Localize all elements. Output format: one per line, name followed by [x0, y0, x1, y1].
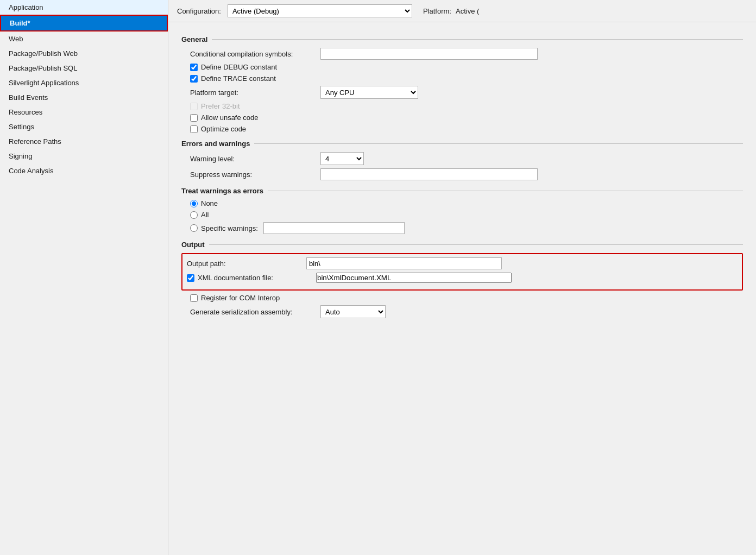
sidebar-item-package-publish-sql[interactable]: Package/Publish SQL	[0, 61, 168, 75]
top-bar: Configuration: Active (Debug) Platform: …	[168, 0, 756, 22]
platform-target-select[interactable]: Any CPU x86 x64	[320, 86, 418, 99]
warning-level-label: Warning level:	[190, 155, 320, 163]
treat-warnings-all-label: All	[201, 211, 209, 219]
sidebar-item-build[interactable]: Build*	[0, 15, 168, 31]
general-section-header: General	[181, 35, 743, 43]
conditional-compilation-label: Conditional compilation symbols:	[190, 50, 320, 58]
define-debug-checkbox[interactable]	[190, 64, 198, 71]
prefer-32bit-label: Prefer 32-bit	[201, 102, 240, 110]
register-com-label: Register for COM Interop	[201, 294, 280, 302]
treat-warnings-specific-row: Specific warnings:	[181, 222, 743, 234]
conditional-compilation-input[interactable]	[320, 48, 538, 60]
sidebar-item-settings[interactable]: Settings	[0, 119, 168, 134]
sidebar: Application Build* Web Package/Publish W…	[0, 0, 168, 555]
sidebar-item-silverlight-applications[interactable]: Silverlight Applications	[0, 75, 168, 90]
define-debug-row: Define DEBUG constant	[181, 63, 743, 71]
allow-unsafe-label: Allow unsafe code	[201, 113, 259, 122]
output-path-row: Output path:	[187, 257, 738, 269]
xml-doc-row: XML documentation file:	[187, 273, 738, 283]
platform-section: Platform: Active (	[423, 7, 479, 15]
generate-serialization-select[interactable]: Auto On Off	[320, 305, 386, 318]
sidebar-item-build-events[interactable]: Build Events	[0, 90, 168, 105]
conditional-compilation-row: Conditional compilation symbols:	[181, 48, 743, 60]
sidebar-item-code-analysis[interactable]: Code Analysis	[0, 163, 168, 178]
xml-doc-label: XML documentation file:	[198, 274, 308, 282]
optimize-code-checkbox[interactable]	[190, 125, 198, 133]
platform-value: Active (	[456, 7, 479, 15]
platform-target-label: Platform target:	[190, 89, 320, 97]
content-area: Configuration: Active (Debug) Platform: …	[168, 0, 756, 555]
treat-warnings-all-radio[interactable]	[190, 211, 198, 219]
treat-warnings-none-row: None	[181, 199, 743, 207]
configuration-select[interactable]: Active (Debug)	[228, 4, 412, 17]
configuration-label: Configuration:	[177, 7, 221, 15]
treat-warnings-none-label: None	[201, 199, 218, 207]
output-section-header: Output	[181, 241, 743, 249]
define-trace-checkbox[interactable]	[190, 75, 198, 83]
sidebar-item-application[interactable]: Application	[0, 0, 168, 15]
xml-doc-checkbox[interactable]	[187, 274, 194, 282]
output-path-label: Output path:	[187, 260, 306, 268]
allow-unsafe-checkbox[interactable]	[190, 114, 198, 122]
settings-content: General Conditional compilation symbols:…	[168, 22, 756, 328]
suppress-warnings-row: Suppress warnings:	[181, 168, 743, 180]
register-com-checkbox[interactable]	[190, 294, 198, 302]
warning-level-row: Warning level: 4 0 1 2 3	[181, 152, 743, 165]
generate-serialization-label: Generate serialization assembly:	[190, 308, 320, 316]
sidebar-item-resources[interactable]: Resources	[0, 105, 168, 119]
main-layout: Application Build* Web Package/Publish W…	[0, 0, 756, 555]
sidebar-item-reference-paths[interactable]: Reference Paths	[0, 134, 168, 149]
treat-warnings-section-header: Treat warnings as errors	[181, 187, 743, 195]
suppress-warnings-label: Suppress warnings:	[190, 171, 320, 179]
sidebar-item-package-publish-web[interactable]: Package/Publish Web	[0, 46, 168, 61]
generate-serialization-row: Generate serialization assembly: Auto On…	[181, 305, 743, 318]
define-trace-label: Define TRACE constant	[201, 74, 276, 83]
sidebar-item-signing[interactable]: Signing	[0, 149, 168, 163]
sidebar-item-web[interactable]: Web	[0, 31, 168, 46]
suppress-warnings-input[interactable]	[320, 168, 538, 180]
prefer-32bit-row: Prefer 32-bit	[181, 102, 743, 110]
output-path-input[interactable]	[306, 257, 502, 269]
treat-warnings-all-row: All	[181, 211, 743, 219]
treat-warnings-specific-input[interactable]	[263, 222, 405, 234]
platform-label: Platform:	[423, 7, 451, 15]
xml-doc-input[interactable]	[316, 273, 512, 283]
treat-warnings-specific-radio[interactable]	[190, 224, 198, 232]
allow-unsafe-row: Allow unsafe code	[181, 113, 743, 122]
platform-target-row: Platform target: Any CPU x86 x64	[181, 86, 743, 99]
treat-warnings-none-radio[interactable]	[190, 200, 198, 207]
prefer-32bit-checkbox[interactable]	[190, 103, 198, 110]
register-com-row: Register for COM Interop	[181, 294, 743, 302]
optimize-code-label: Optimize code	[201, 125, 246, 133]
errors-warnings-section-header: Errors and warnings	[181, 140, 743, 148]
define-debug-label: Define DEBUG constant	[201, 63, 277, 71]
warning-level-select[interactable]: 4 0 1 2 3	[320, 152, 364, 165]
treat-warnings-specific-label: Specific warnings:	[201, 224, 258, 232]
optimize-code-row: Optimize code	[181, 125, 743, 133]
output-highlight-box: Output path: XML documentation file:	[181, 253, 743, 291]
define-trace-row: Define TRACE constant	[181, 74, 743, 83]
